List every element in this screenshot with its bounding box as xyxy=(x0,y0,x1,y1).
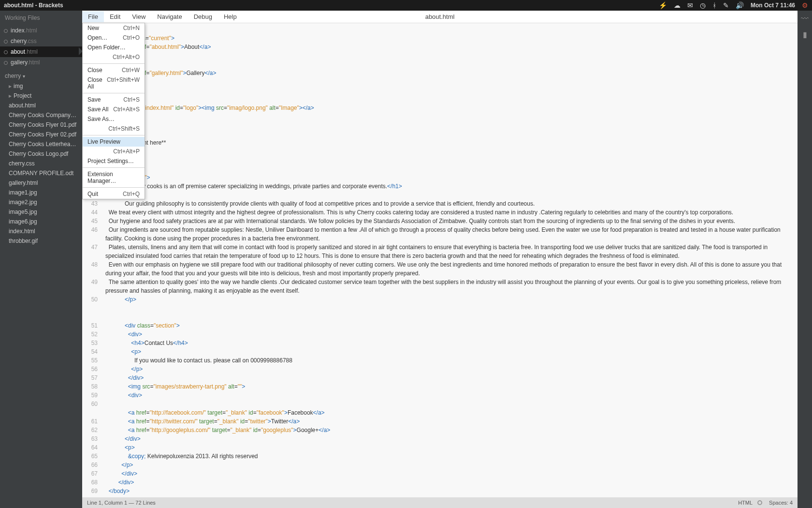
menu-item[interactable]: Ctrl+Alt+P xyxy=(83,147,145,156)
menu-item[interactable]: Open Folder… xyxy=(83,43,145,52)
messenger-icon[interactable]: 〰 xyxy=(801,15,809,23)
file-item[interactable]: COMPANY PROFILE.odt xyxy=(0,168,82,178)
working-file[interactable]: index.html xyxy=(0,25,82,36)
bolt-icon[interactable]: ⚡ xyxy=(659,2,667,9)
file-menu-dropdown: NewCtrl+NOpen…Ctrl+OOpen Folder…Ctrl+Alt… xyxy=(82,23,145,199)
menu-debug[interactable]: Debug xyxy=(188,11,218,22)
menu-item[interactable]: Open…Ctrl+O xyxy=(83,33,145,43)
menu-help[interactable]: Help xyxy=(218,11,243,22)
chevron-down-icon: ▾ xyxy=(23,74,25,79)
menu-item[interactable]: Ctrl+Shift+S xyxy=(83,124,145,134)
menu-item[interactable]: Close AllCtrl+Shift+W xyxy=(83,75,145,91)
menu-item[interactable]: NewCtrl+N xyxy=(83,23,145,33)
briefcase-icon[interactable]: ▮ xyxy=(803,30,807,39)
menu-item[interactable]: Save AllCtrl+Alt+S xyxy=(83,105,145,114)
working-file[interactable]: about.html xyxy=(0,46,82,57)
folder-item[interactable]: ▸img xyxy=(0,81,82,91)
volume-icon[interactable]: 🔊 xyxy=(736,2,744,9)
menu-item[interactable]: Ctrl+Alt+O xyxy=(83,52,145,62)
project-name[interactable]: cherry▾ xyxy=(0,68,82,81)
menu-item[interactable]: QuitCtrl+Q xyxy=(83,189,145,199)
file-item[interactable]: image6.jpg xyxy=(0,217,82,226)
status-indicator-icon xyxy=(757,500,762,505)
file-item[interactable]: Cherry Cooks Flyer 01.pdf xyxy=(0,120,82,130)
system-tray: ⚡ ☁ ✉ ◷ ᚼ ✎ 🔊 Mon Oct 7 11:46 ⚙ xyxy=(659,2,808,9)
indent-mode[interactable]: Spaces: 4 xyxy=(769,500,793,506)
document-title: about.html xyxy=(425,13,455,20)
edit-icon[interactable]: ✎ xyxy=(723,2,729,9)
gear-icon[interactable]: ⚙ xyxy=(802,2,808,9)
menubar: FileEditViewNavigateDebugHelp about.html xyxy=(82,11,798,23)
menu-file[interactable]: File xyxy=(82,11,104,22)
bluetooth-icon[interactable]: ᚼ xyxy=(712,2,716,9)
language-mode[interactable]: HTML xyxy=(738,500,753,506)
file-item[interactable]: Cherry Cooks Flyer 02.pdf xyxy=(0,130,82,139)
code-content[interactable]: </li> <li class="current"> <a href="abou… xyxy=(102,23,798,497)
clock-icon[interactable]: ◷ xyxy=(700,2,706,9)
menu-item[interactable]: Extension Manager… xyxy=(83,169,145,186)
menu-item[interactable]: Live Preview xyxy=(83,137,145,147)
statusbar: Line 1, Column 1 — 72 Lines HTML Spaces:… xyxy=(82,497,798,508)
cursor-position: Line 1, Column 1 — 72 Lines xyxy=(87,500,156,506)
folder-item[interactable]: ▸Project xyxy=(0,91,82,101)
code-editor[interactable]: 2930313233343536373839404142434445464748… xyxy=(82,23,798,497)
file-item[interactable]: image1.jpg xyxy=(0,188,82,197)
file-item[interactable]: gallery.html xyxy=(0,178,82,188)
working-file[interactable]: gallery.html xyxy=(0,57,82,68)
menu-item[interactable]: CloseCtrl+W xyxy=(83,65,145,75)
working-file[interactable]: cherry.css xyxy=(0,36,82,46)
file-item[interactable]: image2.jpg xyxy=(0,197,82,207)
file-item[interactable]: throbber.gif xyxy=(0,236,82,246)
titlebar: about.html - Brackets ⚡ ☁ ✉ ◷ ᚼ ✎ 🔊 Mon … xyxy=(0,0,812,11)
menu-item[interactable]: SaveCtrl+S xyxy=(83,95,145,105)
window-title: about.html - Brackets xyxy=(4,2,63,9)
menu-item[interactable]: Save As… xyxy=(83,114,145,124)
menu-item[interactable]: Project Settings… xyxy=(83,156,145,166)
cloud-icon[interactable]: ☁ xyxy=(674,2,681,9)
file-item[interactable]: index.html xyxy=(0,226,82,236)
clock-text[interactable]: Mon Oct 7 11:46 xyxy=(751,2,795,8)
sidebar: Working Files index.htmlcherry.cssabout.… xyxy=(0,11,82,508)
right-rail: 〰 ▮ xyxy=(798,11,812,508)
editor-pane: FileEditViewNavigateDebugHelp about.html… xyxy=(82,11,798,508)
menu-view[interactable]: View xyxy=(126,11,151,22)
file-item[interactable]: Cherry Cooks Letterhead FINAL.pdf xyxy=(0,139,82,149)
file-item[interactable]: Cherry Cooks Logo.pdf xyxy=(0,149,82,159)
file-item[interactable]: Cherry Cooks Company Profile.docx xyxy=(0,110,82,120)
mail-icon[interactable]: ✉ xyxy=(687,2,693,9)
menu-navigate[interactable]: Navigate xyxy=(151,11,188,22)
file-item[interactable]: about.html xyxy=(0,101,82,110)
file-item[interactable]: image5.jpg xyxy=(0,207,82,217)
file-item[interactable]: cherry.css xyxy=(0,159,82,168)
menu-edit[interactable]: Edit xyxy=(104,11,126,22)
working-files-title: Working Files xyxy=(0,11,82,25)
